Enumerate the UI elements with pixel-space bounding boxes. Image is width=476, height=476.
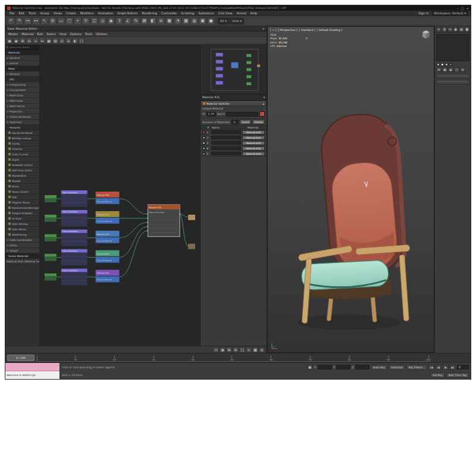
render-production-icon[interactable]: ●	[207, 17, 215, 25]
selection-filter-dropdown[interactable]: All ▾	[218, 18, 229, 24]
motion-tab[interactable]: ◉	[453, 27, 459, 32]
material-color-swatch[interactable]	[259, 111, 265, 117]
browser-item[interactable]: Material #35 (Material Switcher)	[5, 259, 39, 264]
viewport-canvas[interactable]	[268, 27, 434, 352]
browser-item[interactable]: - Textures	[5, 125, 39, 130]
material-swatch[interactable]	[202, 147, 205, 150]
redo-icon[interactable]: ↷	[15, 17, 23, 25]
named-selection-sets-icon[interactable]: ▤	[140, 17, 148, 25]
select-and-rotate-icon[interactable]: ↻	[82, 17, 90, 25]
add-time-tag-button[interactable]: Add Time Tag	[446, 372, 469, 378]
percent-snap-icon[interactable]: %	[132, 17, 140, 25]
go-to-end-button[interactable]: ▶|	[450, 365, 456, 370]
material-name-field[interactable]	[211, 146, 241, 150]
rollout-bar[interactable]	[436, 74, 469, 79]
material-name-field[interactable]	[211, 136, 241, 139]
show-grid-icon[interactable]: ▦	[46, 37, 52, 43]
menu-item[interactable]: Views	[52, 11, 64, 15]
browser-item[interactable]: Color Curves	[5, 152, 39, 157]
viewport-label-segment[interactable]: [ Default Shading ]	[317, 29, 342, 32]
sme-menu-item[interactable]: Edit	[36, 32, 45, 36]
sme-menu-item[interactable]: Material	[20, 32, 35, 36]
x-coordinate-field[interactable]	[318, 365, 332, 369]
color-swatch[interactable]	[441, 63, 444, 66]
select-region-icon[interactable]: ▭	[213, 347, 219, 353]
sme-menu-item[interactable]: Options	[68, 32, 83, 36]
sme-menu-item[interactable]: Utilities	[94, 32, 109, 36]
material-list-row[interactable]: 2 Material #41	[201, 135, 267, 140]
mirror-icon[interactable]: ◧	[149, 17, 156, 25]
render-setup-icon[interactable]: ▣	[199, 17, 206, 25]
key-filters-button[interactable]: Key Filters...	[406, 365, 427, 370]
pan-view-icon[interactable]: ↔	[39, 37, 45, 43]
material-button[interactable]: Material #44	[242, 152, 265, 156]
select-and-link-icon[interactable]: ⊶	[24, 17, 32, 25]
browser-item[interactable]: Tri-Tone	[5, 216, 39, 221]
sme-navigator[interactable]	[201, 45, 267, 95]
display-tab[interactable]: ▤	[459, 27, 464, 32]
browser-item[interactable]: - Maps	[5, 66, 39, 71]
material-button[interactable]: Material #41	[242, 136, 265, 140]
browser-item[interactable]: Bitmap Lookup	[5, 136, 39, 141]
schematic-view-icon[interactable]: ▩	[182, 17, 190, 25]
previous-frame-button[interactable]: ◀	[436, 365, 441, 370]
select-tool-icon[interactable]: □	[79, 37, 84, 43]
material-nodes[interactable]: Material #40 Physical Material Material …	[96, 192, 120, 282]
material-list-row[interactable]: 1 Material #40	[201, 130, 267, 135]
menu-item[interactable]: Substance	[196, 11, 215, 15]
menu-item[interactable]: Civil View	[217, 11, 234, 15]
browser-item[interactable]: Weathering	[5, 232, 39, 237]
play-button[interactable]: ▶	[443, 365, 449, 370]
menu-item[interactable]: Customize	[159, 11, 178, 15]
make-unique-icon[interactable]: ◉	[448, 67, 453, 72]
viewport-label-segment[interactable]: [ Standard ]	[299, 29, 315, 32]
browser-item[interactable]: Uber Noise	[5, 227, 39, 232]
selection-set-dropdown[interactable]: Selected	[389, 365, 405, 370]
select-object-icon[interactable]: ↖	[40, 17, 48, 25]
z-coordinate-field[interactable]	[355, 365, 369, 369]
browser-item[interactable]: + Math Vector	[5, 104, 39, 109]
browser-item[interactable]: Gradient (Color)	[5, 162, 39, 168]
chair-seat-cushion[interactable]	[301, 260, 389, 290]
close-button[interactable]: ×	[466, 7, 469, 10]
zoom-in-icon[interactable]: ⊞	[20, 37, 26, 43]
browser-item[interactable]: + Arnold	[5, 61, 39, 66]
browser-item[interactable]: + General	[5, 71, 39, 77]
current-frame-field[interactable]: 0	[457, 365, 469, 369]
select-by-name-icon[interactable]: ☰	[49, 17, 57, 25]
browser-item[interactable]: + Compositing	[5, 82, 39, 87]
select-and-place-icon[interactable]: ◎	[99, 17, 107, 25]
material-swatch[interactable]	[202, 136, 205, 139]
browser-item[interactable]: Randomized Bitmaps	[5, 205, 39, 211]
browser-item[interactable]: - Materials	[5, 50, 39, 55]
time-slider-handle[interactable]: 0 / 100	[7, 355, 35, 361]
zoom-extents-icon[interactable]: □	[239, 347, 245, 353]
rollout-bar[interactable]	[436, 80, 469, 84]
browser-item[interactable]: + Math Color	[5, 93, 39, 98]
move-node-icon[interactable]: +	[33, 37, 39, 43]
show-map-in-viewport-icon[interactable]: ◎	[59, 37, 65, 43]
material-swatch[interactable]	[202, 131, 205, 134]
material-list-row[interactable]: 5 Material #44	[201, 151, 267, 156]
color-swatch[interactable]	[449, 63, 452, 66]
material-switcher-node[interactable]: Material #35 Material Switcher	[147, 205, 180, 237]
bitmap-nodes[interactable]	[45, 195, 57, 280]
sme-menu-item[interactable]: Tools	[83, 32, 94, 36]
workspace-selector[interactable]: Workspace: Default ▾	[432, 11, 468, 15]
material-name-field[interactable]	[211, 130, 241, 134]
browser-item[interactable]: + Environment	[5, 87, 39, 93]
browser-item[interactable]: + Scene Attributes	[5, 114, 39, 120]
browser-item[interactable]: Noise (Color)	[5, 189, 39, 195]
browser-item[interactable]: Half-tone (Dots)	[5, 168, 39, 173]
auto-key-button[interactable]: Auto Key	[371, 365, 387, 370]
search-input[interactable]	[9, 45, 39, 49]
menu-item[interactable]: Edit	[17, 11, 26, 15]
menu-item[interactable]: Create	[64, 11, 78, 15]
modify-tab[interactable]: ◔	[442, 27, 447, 32]
pick-material-icon[interactable]: ▣	[7, 37, 12, 43]
browser-item[interactable]: Marble	[5, 178, 39, 184]
layer-manager-icon[interactable]: ▦	[165, 17, 173, 25]
snap-toggle-3d-icon[interactable]: 3	[115, 17, 123, 25]
select-and-move-icon[interactable]: +	[74, 17, 82, 25]
menu-item[interactable]: Arnold	[235, 11, 248, 15]
